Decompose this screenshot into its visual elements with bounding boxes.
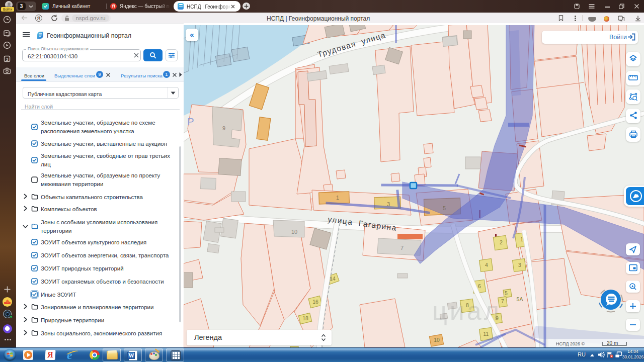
svg-text:7: 7: [501, 298, 504, 304]
svg-text:7: 7: [400, 245, 404, 251]
svg-text:3: 3: [518, 262, 521, 268]
svg-text:14: 14: [330, 276, 336, 282]
svg-text:11: 11: [484, 331, 489, 337]
svg-text:1: 1: [336, 195, 339, 201]
svg-text:5А: 5А: [517, 296, 523, 302]
svg-text:10: 10: [434, 337, 440, 343]
svg-text:Р: Р: [187, 116, 194, 127]
svg-text:3: 3: [6, 57, 8, 62]
svg-text:4: 4: [485, 262, 488, 268]
svg-text:3: 3: [387, 201, 390, 207]
svg-text:6: 6: [478, 283, 481, 289]
svg-text:5: 5: [505, 290, 508, 296]
svg-text:9: 9: [222, 125, 225, 131]
svg-text:5: 5: [443, 205, 446, 211]
svg-text:16: 16: [312, 299, 318, 305]
svg-text:циал: циал: [432, 296, 502, 325]
svg-text:10: 10: [291, 229, 297, 235]
svg-text:8: 8: [466, 302, 469, 308]
svg-text:1: 1: [520, 236, 523, 242]
svg-text:2: 2: [500, 239, 503, 245]
svg-text:18: 18: [302, 315, 308, 321]
svg-text:9: 9: [496, 315, 499, 321]
